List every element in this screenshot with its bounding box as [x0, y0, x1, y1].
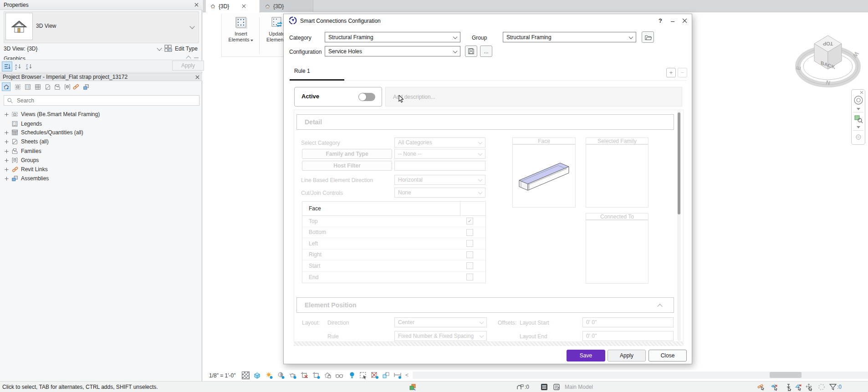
scale-label[interactable]: 1/8" = 1'-0": [209, 372, 236, 379]
expand-plus-icon[interactable]: [4, 177, 9, 181]
checkbox[interactable]: [466, 251, 473, 258]
expand-plus-icon[interactable]: [4, 140, 9, 144]
close-button[interactable]: Close: [648, 350, 687, 361]
close-icon[interactable]: [860, 91, 863, 94]
face-row-start[interactable]: Start: [302, 260, 485, 272]
group-select[interactable]: Structural Framing: [503, 32, 636, 42]
element-position-header[interactable]: Element Position: [296, 297, 674, 313]
sheets-filter-icon[interactable]: [43, 82, 52, 91]
layout-end-input[interactable]: 0' 0": [582, 331, 674, 341]
horizontal-scrollbar[interactable]: [413, 372, 868, 379]
collapse-arrow-icon[interactable]: <: [405, 372, 408, 378]
direction-select[interactable]: Center: [394, 317, 487, 327]
reveal-constraints-icon[interactable]: [393, 371, 402, 380]
views-filter-icon[interactable]: [2, 82, 10, 91]
host-filter-button[interactable]: Host Filter: [302, 161, 392, 171]
select-by-face-icon[interactable]: [795, 383, 803, 391]
checkbox[interactable]: [466, 240, 473, 247]
temporary-hide-isolate-icon[interactable]: [335, 371, 343, 380]
checkbox[interactable]: [466, 262, 473, 269]
filter-icon[interactable]: [829, 383, 837, 391]
worksets-icon[interactable]: [516, 383, 524, 391]
expand-plus-icon[interactable]: [4, 149, 9, 153]
crop-region-visibility-icon[interactable]: [312, 371, 321, 380]
save-configuration-button[interactable]: [465, 46, 477, 57]
viewcube[interactable]: N E W TOP BACK: [791, 27, 864, 91]
view-selector-value[interactable]: 3D View: {3D}: [4, 46, 38, 52]
face-row-end[interactable]: End: [302, 272, 485, 283]
expand-plus-icon[interactable]: [4, 158, 9, 163]
active-toggle[interactable]: [358, 93, 375, 101]
close-icon[interactable]: [194, 3, 199, 7]
expand-plus-icon[interactable]: [4, 168, 9, 172]
open-group-button[interactable]: [642, 31, 654, 43]
tree-item-revit-links[interactable]: Revit Links: [1, 165, 200, 174]
checkbox[interactable]: [466, 218, 473, 224]
select-links-icon[interactable]: [757, 383, 766, 391]
schedules-filter-icon[interactable]: [33, 82, 42, 91]
groups-filter-icon[interactable]: [63, 82, 71, 91]
editing-requests-icon[interactable]: [552, 383, 561, 391]
help-button[interactable]: ?: [656, 17, 664, 24]
selection-filter-icon[interactable]: [13, 82, 22, 91]
edit-type-icon[interactable]: [164, 45, 173, 52]
displacement-sets-icon[interactable]: [382, 371, 390, 380]
crop-view-icon[interactable]: [300, 371, 309, 380]
revit-links-filter-icon[interactable]: [71, 82, 80, 91]
view-lock-icon[interactable]: [323, 371, 332, 380]
face-row-left[interactable]: Left: [302, 238, 485, 249]
render-icon[interactable]: [288, 371, 297, 380]
tree-item-sheets[interactable]: Sheets (all): [1, 137, 200, 146]
layout-rule-select[interactable]: Fixed Number & Fixed Spacing: [394, 331, 487, 341]
tab-3d-inactive[interactable]: {3D}: [260, 0, 313, 12]
edit-type-button[interactable]: Edit Type: [175, 46, 198, 52]
visual-style-icon[interactable]: [253, 371, 261, 380]
checkbox[interactable]: [466, 229, 473, 236]
expand-plus-icon[interactable]: [4, 131, 9, 135]
line-direction-select[interactable]: Horizontal: [394, 175, 485, 185]
project-browser-titlebar[interactable]: Project Browser - Imperial_Flat strap pr…: [0, 73, 202, 81]
minimize-button[interactable]: [669, 17, 677, 24]
dialog-scrollbar[interactable]: [677, 111, 681, 341]
collapse-chevron-icon[interactable]: [657, 304, 662, 309]
checkbox[interactable]: [466, 274, 473, 280]
chevron-down-icon[interactable]: [157, 46, 162, 51]
more-options-button[interactable]: ...: [480, 46, 492, 57]
host-filter-input[interactable]: [394, 161, 485, 171]
category-select[interactable]: Structural Framing: [325, 32, 460, 42]
sort-order-icon[interactable]: [2, 61, 12, 71]
description-input[interactable]: [386, 87, 684, 106]
tree-item-schedules[interactable]: Schedules/Quantities (all): [1, 128, 200, 137]
face-row-bottom[interactable]: Bottom: [302, 227, 485, 239]
expand-plus-icon[interactable]: [4, 112, 9, 117]
minimize-icon[interactable]: [856, 134, 861, 140]
save-button[interactable]: Save: [567, 350, 605, 361]
tab-3d-active[interactable]: {3D}: [206, 0, 260, 12]
temporary-view-properties-icon[interactable]: [359, 371, 368, 380]
properties-titlebar[interactable]: Properties: [0, 0, 202, 10]
family-and-type-button[interactable]: Family and Type: [302, 149, 392, 159]
detail-level-icon[interactable]: [241, 371, 250, 380]
zoom-region-icon[interactable]: [854, 114, 863, 123]
rule-tab[interactable]: Rule 1: [294, 68, 310, 74]
select-underlay-icon[interactable]: [771, 383, 779, 391]
splitter-handle-icon[interactable]: [194, 57, 199, 58]
type-selector[interactable]: 3D View: [4, 11, 199, 43]
legends-filter-icon[interactable]: [23, 82, 32, 91]
add-rule-button[interactable]: +: [666, 68, 676, 77]
close-button[interactable]: [680, 17, 689, 24]
shadows-icon[interactable]: [276, 371, 285, 380]
scrollbar-thumb[interactable]: [678, 112, 680, 214]
graphics-section-label[interactable]: Graphics: [4, 54, 168, 60]
tree-item-assemblies[interactable]: Assemblies: [1, 174, 200, 183]
scrollbar-thumb[interactable]: [770, 372, 802, 378]
insert-elements-button[interactable]: InsertElements: [226, 16, 256, 55]
active-workset-select[interactable]: Main Model: [565, 384, 593, 390]
apply-button[interactable]: Apply: [608, 350, 646, 361]
family-and-type-select[interactable]: -- None --: [394, 149, 485, 159]
tree-item-families[interactable]: Families: [1, 147, 200, 156]
browser-search[interactable]: [4, 95, 199, 106]
cut-join-select[interactable]: None: [394, 188, 485, 198]
apply-button[interactable]: Apply: [172, 61, 204, 71]
layout-start-input[interactable]: 0' 0": [582, 317, 674, 327]
